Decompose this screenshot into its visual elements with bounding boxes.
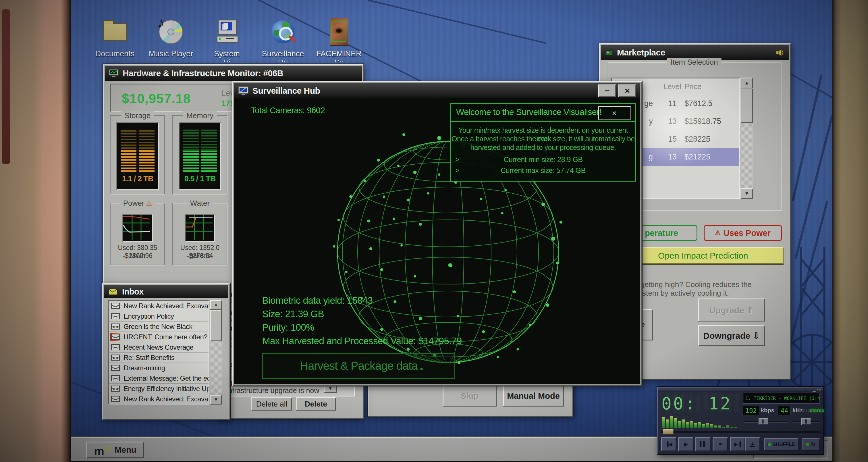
list-item[interactable]: New Rank Achieved: Excavato... — [109, 394, 209, 404]
next-button[interactable]: ▶▐ — [730, 437, 745, 451]
shuffle-button[interactable]: SHUFFLE — [764, 438, 799, 451]
speaker-icon[interactable] — [775, 48, 785, 57]
column-level: Level — [660, 82, 684, 91]
window-title: Hardware & Infrastructure Monitor: #06B — [123, 68, 283, 78]
stat-yield: Biometric data yield: 15843 — [262, 294, 462, 307]
menu-button[interactable]: mos Menu — [86, 441, 144, 458]
icon-sublabel: Vi — [199, 58, 254, 62]
max-size-text: Current max size: 57.74 GB — [451, 166, 636, 175]
previous-button[interactable]: ▐◀ — [661, 437, 676, 451]
upgrade-button[interactable]: Upgrade ⇧ — [698, 299, 765, 321]
mail-subject: New Rank Achieved: Excavato... — [124, 302, 209, 310]
open-impact-prediction-button[interactable]: Open Impact Prediction — [637, 247, 783, 264]
water-cost: -$278.54 — [173, 252, 227, 260]
desktop-icon-documents[interactable]: Documents — [88, 15, 142, 58]
player-window-buttons[interactable]: ▁ ▪ × — [813, 389, 821, 391]
inbox-list: New Rank Achieved: Excavato...Encryption… — [108, 300, 209, 404]
icon-sublabel: Hu — [256, 58, 310, 62]
dialog-title: Welcome to the Surveillance Visualiser! — [456, 107, 601, 117]
globe-magnifier-icon — [272, 21, 294, 43]
scroll-thumb[interactable] — [210, 310, 222, 341]
list-item[interactable]: New Rank Achieved: Excavato... — [109, 301, 209, 311]
uses-power-badge: ⚠ Uses Power — [704, 225, 782, 241]
inbox-titlebar[interactable]: Inbox — [104, 285, 228, 298]
desktop-icon-surveillance[interactable]: Surveillance Hu — [256, 15, 310, 62]
harvest-package-button[interactable]: Harvest & Package data — [262, 353, 455, 379]
seek-bar[interactable] — [661, 429, 820, 435]
envelope-icon — [110, 374, 121, 382]
envelope-icon — [110, 354, 121, 362]
os-logo: mos — [94, 444, 112, 455]
scrollbar[interactable]: ▲ ▼ — [210, 300, 222, 404]
water-chart — [185, 214, 215, 242]
book-beside-monitor — [2, 9, 10, 164]
envelope-icon — [110, 395, 121, 403]
cell-price: $28225 — [684, 135, 739, 144]
cell-level: 13 — [660, 153, 684, 161]
cell-level: 11 — [660, 99, 684, 108]
samplerate-value: 44 — [778, 406, 791, 415]
desktop-icon-system[interactable]: System Vi — [199, 15, 254, 62]
scroll-thumb[interactable] — [741, 89, 753, 123]
eject-button[interactable]: ▲ — [745, 437, 760, 451]
stat-max-value: Max Harvested and Processed Value: $1479… — [262, 334, 462, 348]
stat-size: Size: 21.39 GB — [262, 307, 462, 321]
inbox-window: Inbox New Rank Achieved: Excavato...Encr… — [102, 283, 230, 420]
manual-mode-button[interactable]: Manual Mode — [503, 386, 564, 406]
cooling-text-line2: system by actively cooling it. — [635, 289, 729, 298]
list-item[interactable]: External Message: Get the edge... — [109, 373, 209, 383]
list-item[interactable]: Recent News Coverage — [109, 342, 209, 352]
hardware-titlebar[interactable]: Hardware & Infrastructure Monitor: #06B — [105, 66, 362, 81]
delete-button[interactable]: Delete — [296, 397, 336, 410]
list-item[interactable]: Encryption Policy — [109, 311, 209, 321]
icon-label: Documents — [88, 50, 142, 58]
window-title: Inbox — [122, 287, 144, 297]
desktop-icon-music-player[interactable]: ♪ Music Player — [144, 15, 198, 58]
shuffle-led — [768, 443, 771, 446]
playback-time: 00: 12 — [661, 394, 740, 412]
list-item[interactable]: Green is the New Black — [109, 321, 209, 332]
mail-subject: Energy Efficiency Initiative Upd... — [124, 385, 209, 393]
cell-level: 15 — [660, 135, 684, 144]
power-chart — [122, 214, 153, 242]
track-title: 1. TEKRIDER - WORKLIFE (3:48) — [743, 393, 820, 404]
cell-level: 13 — [660, 117, 684, 126]
icon-label: FACEMINER — [312, 50, 366, 58]
list-item[interactable]: Dream-mining — [109, 363, 209, 373]
scrollbar[interactable]: ▲ ▼ — [741, 78, 753, 199]
stop-button[interactable]: ■ — [713, 437, 728, 451]
shop-icon — [605, 49, 613, 56]
minimize-button[interactable]: − — [598, 85, 616, 97]
balance-slider[interactable] — [793, 418, 819, 425]
downgrade-button[interactable]: Downgrade ⇩ — [698, 325, 765, 346]
desktop-icon-faceminer[interactable]: FACEMINER Su — [312, 15, 366, 62]
envelope-icon — [110, 343, 121, 351]
window-title: Marketplace — [617, 48, 665, 58]
scroll-up-button[interactable]: ▲ — [741, 78, 753, 89]
delete-all-button[interactable]: Delete all — [251, 397, 292, 410]
close-button[interactable]: × — [618, 85, 636, 97]
skip-button[interactable]: Skip — [443, 386, 497, 406]
harvest-stats: Biometric data yield: 15843 Size: 21.39 … — [262, 294, 462, 348]
dialog-close-button[interactable]: × — [598, 106, 631, 120]
list-item[interactable]: Energy Efficiency Initiative Upd... — [109, 383, 209, 394]
surveillance-titlebar[interactable]: Surveillance Hub − × — [234, 83, 640, 98]
volume-slider[interactable] — [744, 418, 787, 425]
play-button[interactable]: ▶ — [678, 437, 694, 451]
column-price: Price — [684, 82, 739, 91]
list-item[interactable]: Re: Staff Benefits — [109, 352, 209, 363]
list-item[interactable]: URGENT: Come here often? — [109, 332, 209, 342]
surveillance-hub-window: Surveillance Hub − × Total Cameras: 9602 — [232, 81, 642, 386]
surveillance-viewport: Total Cameras: 9602 — [234, 98, 640, 384]
mail-subject: Re: Staff Benefits — [124, 354, 174, 362]
storage-gauge: Storage 1.1 / 2 TB — [110, 115, 165, 194]
pause-button[interactable]: ▌▌ — [695, 437, 711, 451]
bitrate-value: 192 — [743, 406, 759, 415]
gauge-label: Memory — [183, 111, 217, 120]
scroll-down-button[interactable]: ▼ — [210, 395, 222, 404]
scroll-up-button[interactable]: ▲ — [210, 300, 222, 310]
scroll-down-button[interactable]: ▼ — [741, 188, 753, 199]
player-titlebar[interactable]: ▁ ▪ × — [658, 388, 823, 392]
repeat-button[interactable]: ↻ — [802, 438, 820, 451]
monitor-bezel-right — [832, 0, 868, 462]
